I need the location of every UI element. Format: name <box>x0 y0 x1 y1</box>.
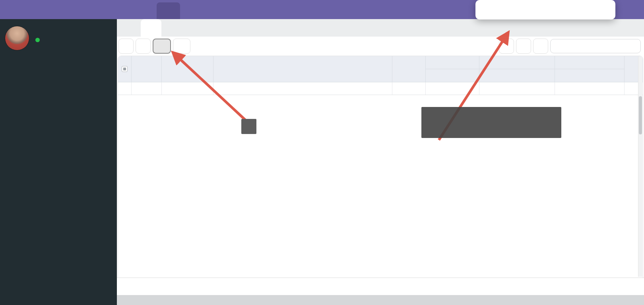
grid-filter-row <box>118 82 643 95</box>
group-label <box>479 56 555 69</box>
user-panel <box>0 19 117 57</box>
export-xlsx-button[interactable] <box>533 39 548 54</box>
pagination-bar <box>117 278 644 295</box>
filter-name[interactable] <box>213 82 392 95</box>
header-sku[interactable] <box>162 56 213 82</box>
sidebar <box>0 19 117 305</box>
search-input[interactable] <box>558 43 644 50</box>
group-label <box>426 56 479 69</box>
export-button[interactable] <box>153 39 171 54</box>
window-tab-dashboard[interactable] <box>136 0 157 19</box>
save-button[interactable] <box>499 39 514 54</box>
header-code[interactable] <box>132 56 162 82</box>
tab-filter[interactable] <box>120 19 141 37</box>
header-name[interactable] <box>213 56 392 82</box>
main-content <box>117 19 644 305</box>
subheader-activity <box>479 69 555 82</box>
tab-change[interactable] <box>141 19 161 37</box>
filter-sku[interactable] <box>162 82 213 95</box>
download-tooltip <box>421 107 561 138</box>
header-group-wb[interactable] <box>555 56 625 82</box>
user-status <box>35 38 43 42</box>
import-button[interactable] <box>173 39 190 54</box>
grid-rows <box>118 95 643 278</box>
grid-header <box>118 56 643 82</box>
search-box[interactable] <box>550 39 641 53</box>
header-group-ozon[interactable] <box>479 56 555 82</box>
undo-button[interactable] <box>516 39 531 54</box>
view-tabstrip <box>117 19 644 37</box>
column-chooser-button[interactable] <box>136 39 151 54</box>
app-logo <box>0 4 117 15</box>
filter-qty[interactable] <box>426 82 479 95</box>
refresh-button[interactable] <box>118 39 134 54</box>
select-all-checkbox[interactable] <box>122 66 128 72</box>
filter-cost[interactable] <box>392 82 426 95</box>
bottom-strip <box>117 295 644 305</box>
header-cost[interactable] <box>392 56 426 82</box>
scrollbar-thumb[interactable] <box>639 96 642 134</box>
menu-toggle-icon[interactable] <box>120 5 130 15</box>
avatar[interactable] <box>5 26 29 51</box>
header-group-a003[interactable] <box>426 56 479 82</box>
filter-ozon-activity-dropdown[interactable] <box>479 82 555 95</box>
filter-wb-activity-dropdown[interactable] <box>555 82 625 95</box>
subheader-activity <box>555 69 624 82</box>
step-number-badge <box>241 119 256 134</box>
online-status-dot <box>35 38 40 42</box>
window-tab-stock-correction[interactable] <box>157 2 180 19</box>
filter-code[interactable] <box>132 82 162 95</box>
grid-toolbar <box>117 37 644 56</box>
excel-file-icon <box>481 5 491 15</box>
download-toast[interactable] <box>475 0 615 19</box>
group-label <box>555 56 624 69</box>
data-grid <box>118 56 643 278</box>
vertical-scrollbar[interactable] <box>638 56 642 277</box>
select-all-cell[interactable] <box>118 56 132 82</box>
